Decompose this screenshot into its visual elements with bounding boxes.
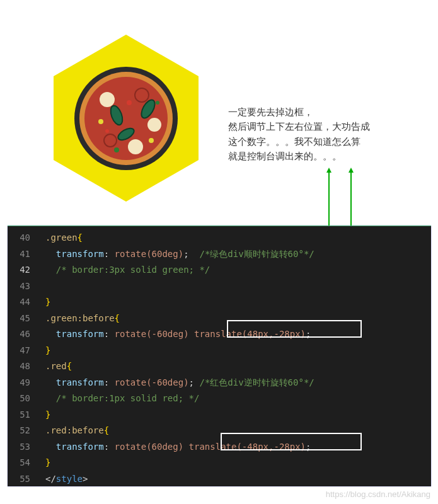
annotation-line: 然后调节上下左右位置，大功告成 <box>228 119 370 134</box>
line-number: 46 <box>8 326 38 343</box>
line-number: 45 <box>8 311 38 327</box>
code-line: transform: rotate(-60deg); /*红色div逆时针旋转6… <box>45 375 426 391</box>
line-number: 48 <box>8 358 38 375</box>
line-number: 40 <box>8 230 38 246</box>
line-number-current: 42 <box>8 262 38 278</box>
line-number: 43 <box>8 278 38 295</box>
highlight-box-2 <box>221 433 362 450</box>
svg-point-13 <box>127 100 132 105</box>
code-line: .red{ <box>45 358 426 375</box>
code-line: /* border:3px solid green; */ <box>45 262 426 278</box>
code-line: transform: rotate(60deg); /*绿色div顺时针旋转60… <box>45 246 426 263</box>
code-line: } <box>45 455 426 471</box>
annotation-line: 一定要先去掉边框， <box>228 105 370 119</box>
code-line: </style> <box>45 471 426 487</box>
line-number: 54 <box>8 455 38 471</box>
annotation-line: 就是控制台调出来的。。。 <box>228 149 370 163</box>
line-number: 55 <box>8 471 38 487</box>
code-line: } <box>45 407 426 423</box>
code-line <box>45 278 426 295</box>
svg-point-8 <box>128 139 143 154</box>
line-number: 53 <box>8 439 38 455</box>
line-number: 49 <box>8 375 38 391</box>
highlight-box-1 <box>227 320 362 338</box>
line-number: 41 <box>8 246 38 263</box>
svg-point-6 <box>147 118 161 132</box>
line-number: 47 <box>8 343 38 359</box>
code-line: } <box>45 343 426 359</box>
svg-point-4 <box>100 92 115 107</box>
watermark: https://blog.csdn.net/Akikang <box>326 490 430 499</box>
annotation-text: 一定要先去掉边框， 然后调节上下左右位置，大功告成 这个数字。。。我不知道怎么算… <box>228 105 370 163</box>
svg-point-17 <box>105 129 109 133</box>
svg-point-15 <box>114 147 119 152</box>
line-number: 52 <box>8 423 38 439</box>
code-line: /* border:1px solid red; */ <box>45 391 426 407</box>
code-editor: 40 41 42 43 44 45 46 47 48 49 50 51 52 5… <box>8 226 431 486</box>
hexagon-pizza-image <box>54 35 199 202</box>
svg-point-16 <box>156 101 159 105</box>
svg-point-7 <box>104 134 117 147</box>
line-number: 44 <box>8 294 38 311</box>
svg-point-12 <box>98 119 103 124</box>
svg-point-14 <box>149 138 154 143</box>
code-line: .green{ <box>45 230 426 246</box>
line-number: 51 <box>8 407 38 423</box>
line-number: 50 <box>8 391 38 407</box>
code-line: } <box>45 294 426 311</box>
line-gutter: 40 41 42 43 44 45 46 47 48 49 50 51 52 5… <box>8 230 38 486</box>
annotation-line: 这个数字。。。我不知道怎么算 <box>228 134 370 149</box>
svg-point-5 <box>135 88 149 102</box>
